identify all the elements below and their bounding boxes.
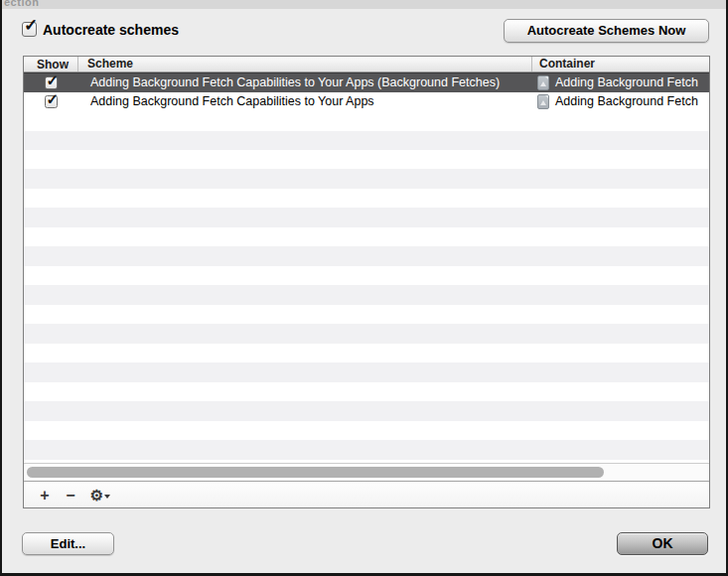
ok-button[interactable]: OK xyxy=(617,532,708,555)
scheme-cell: Adding Background Fetch Capabilities to … xyxy=(77,75,531,89)
row-checkbox-icon[interactable]: ✓ xyxy=(45,95,58,108)
container-cell: Adding Background Fetch xyxy=(531,75,709,90)
empty-row-stripes xyxy=(24,111,709,463)
table-header: Show Scheme Container xyxy=(24,57,709,72)
table-row[interactable]: ✓ Adding Background Fetch Capabilities t… xyxy=(24,92,709,112)
check-icon: ✓ xyxy=(47,72,60,87)
checkbox-icon[interactable]: ✓ xyxy=(22,22,37,37)
autocreate-schemes-label: Autocreate schemes xyxy=(43,22,179,38)
column-header-scheme[interactable]: Scheme xyxy=(77,57,531,72)
gear-menu-button[interactable]: ⚙ xyxy=(87,483,113,507)
check-icon: ✓ xyxy=(24,17,38,34)
table-toolbar: + − ⚙ xyxy=(24,481,709,507)
table-row-selected[interactable]: ✓ Adding Background Fetch Capabilities t… xyxy=(24,72,709,92)
schemes-table-body: ✓ Adding Background Fetch Capabilities t… xyxy=(24,72,709,463)
check-icon: ✓ xyxy=(47,91,60,106)
manage-schemes-dialog: { "window": { "top_text_fragment": "ecti… xyxy=(0,0,728,576)
scrollbar-thumb[interactable] xyxy=(27,467,604,478)
row-checkbox-icon[interactable]: ✓ xyxy=(45,76,58,89)
show-cell: ✓ xyxy=(24,76,77,89)
autocreate-schemes-checkbox[interactable]: ✓ Autocreate schemes xyxy=(22,21,179,38)
chevron-down-icon xyxy=(104,495,110,499)
horizontal-scrollbar[interactable] xyxy=(24,463,709,481)
container-label: Adding Background Fetch xyxy=(555,75,698,89)
background-window-text-fragment: ection xyxy=(4,0,39,8)
gear-icon: ⚙ xyxy=(90,487,103,504)
remove-scheme-button[interactable]: − xyxy=(58,483,83,507)
scheme-cell: Adding Background Fetch Capabilities to … xyxy=(77,94,531,108)
column-header-container[interactable]: Container xyxy=(531,57,709,72)
xcode-project-icon xyxy=(537,75,549,90)
edit-button[interactable]: Edit... xyxy=(22,532,114,555)
autocreate-schemes-now-button[interactable]: Autocreate Schemes Now xyxy=(504,19,709,43)
container-label: Adding Background Fetch xyxy=(555,94,698,108)
xcode-project-icon xyxy=(537,94,549,109)
schemes-table: Show Scheme Container ✓ Adding Backgroun… xyxy=(23,56,710,508)
add-scheme-button[interactable]: + xyxy=(32,483,58,507)
container-cell: Adding Background Fetch xyxy=(531,94,709,109)
column-header-show[interactable]: Show xyxy=(24,58,77,72)
background-window-strip: ection xyxy=(2,0,726,9)
show-cell: ✓ xyxy=(24,95,77,108)
